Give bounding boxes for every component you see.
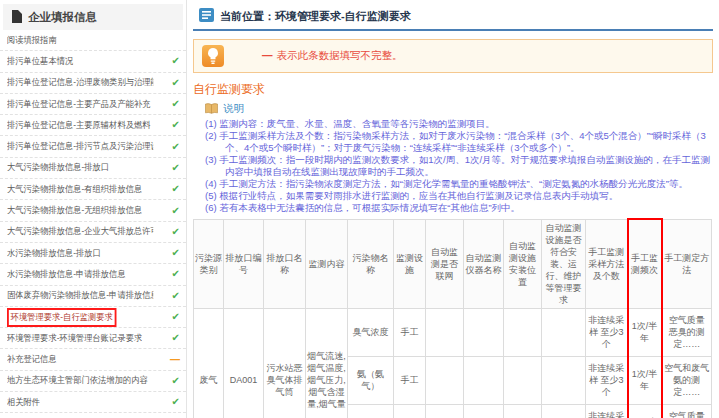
note-label: 说明 [223, 102, 244, 116]
status-icon: ✔ [166, 397, 180, 407]
status-icon: ✔ [166, 184, 180, 194]
instruction-line: (2) 手工监测采样方法及个数：指污染物采样方法，如对于废水污染物：“混合采样（… [205, 130, 713, 154]
col-header-method: 手工测定方法 [662, 219, 712, 308]
sidebar-item[interactable]: 地方生态环境主管部门依法增加的内容 ✔ [0, 371, 186, 392]
cell-facility: 手工 [394, 308, 426, 356]
col-header-position: 自动监测设施安装位置 [504, 219, 542, 308]
app-window: 企业填报信息 阅读填报指南 排污单位基本情况 ✔ 排污单位登记信息-治理废物类别… [0, 0, 719, 418]
status-icon: ✔ [166, 142, 180, 152]
sidebar-item-label: 大气污染物排放信息-无组织排放信息 [7, 204, 142, 217]
sidebar: 企业填报信息 阅读填报指南 排污单位基本情况 ✔ 排污单位登记信息-治理废物类别… [0, 0, 187, 418]
instruction-line: (6) 若有本表格中无法囊括的信息，可根据实际情况填写在“其他信息”列中。 [205, 202, 713, 214]
sidebar-title: 企业填报信息 [28, 10, 97, 25]
cell-online [426, 404, 464, 418]
cell-compliance [542, 356, 586, 404]
cell-frequency-highlighted: 1次/半年 [628, 356, 662, 404]
instruction-line: (4) 手工测定方法：指污染物浓度测定方法，如“测定化学需氧量的重铬酸钾法”、“… [205, 178, 713, 190]
sidebar-item[interactable]: 相关附件 ✔ [0, 392, 186, 413]
cell-compliance [542, 404, 586, 418]
cell-position [504, 356, 542, 404]
cell-instrument [464, 404, 504, 418]
status-icon: ✔ [166, 333, 180, 343]
cell-frequency-highlighted: 1次/半年 [628, 404, 662, 418]
sidebar-item[interactable]: 补充登记信息 — [0, 349, 186, 370]
sidebar-item-label: 排污单位登记信息-主要原辅材料及燃料 [7, 119, 151, 132]
sidebar-item[interactable]: 排污单位登记信息-主要产品及产能补充 ✔ [0, 94, 186, 115]
status-icon: ✔ [166, 120, 180, 130]
col-header-frequency-highlighted: 手工监测频次 [628, 219, 662, 308]
col-header-compliance: 自动监测设施是否符合安装、运行、维护等管理要求 [542, 219, 586, 308]
cell-pollutant: 硫化氢 [348, 404, 394, 418]
sidebar-header: 企业填报信息 [3, 4, 183, 30]
sidebar-item[interactable]: 水污染物排放信息-排放口 ✔ [0, 243, 186, 264]
cell-instrument [464, 308, 504, 356]
sidebar-item[interactable]: 大气污染物排放信息-排放口 ✔ [0, 158, 186, 179]
cell-pollutant: 臭气浓度 [348, 308, 394, 356]
cell-method: 空气质量 恶臭的测定…… [662, 308, 712, 356]
status-icon: ✔ [166, 99, 180, 109]
cell-facility: 手工 [394, 404, 426, 418]
cell-compliance [542, 308, 586, 356]
sidebar-item-label: 大气污染物排放信息-有组织排放信息 [7, 183, 142, 196]
col-header-source-type: 污染源类别 [194, 219, 224, 308]
sidebar-item-label: 排污单位基本情况 [7, 55, 73, 68]
location-icon [199, 8, 214, 24]
col-header-outlet-no: 排放口编号 [224, 219, 264, 308]
status-icon: ✔ [166, 227, 180, 237]
cell-online [426, 356, 464, 404]
sidebar-item[interactable]: 排污单位登记信息-主要原辅材料及燃料 ✔ [0, 115, 186, 136]
sidebar-item[interactable]: 排污单位登记信息-排污节点及污染治理设施 ✔ [0, 136, 186, 157]
instruction-line: (1) 监测内容：废气量、水量、温度、含氧量等各污染物的监测项目。 [205, 118, 713, 130]
instructions: (1) 监测内容：废气量、水量、温度、含氧量等各污染物的监测项目。 (2) 手工… [205, 118, 713, 214]
sidebar-item[interactable]: 阅读填报指南 [0, 30, 186, 51]
monitoring-table: 污染源类别 排放口编号 排放口名称 监测内容 污染物名称 监测设施 自动监测是否… [193, 218, 712, 418]
table-header-row: 污染源类别 排放口编号 排放口名称 监测内容 污染物名称 监测设施 自动监测是否… [194, 219, 712, 308]
sidebar-item[interactable]: 固体废弃物污染物排放信息-申请排放信息 ✔ [0, 286, 186, 307]
sidebar-item[interactable]: 大气污染物排放信息-有组织排放信息 ✔ [0, 179, 186, 200]
status-icon: ✔ [166, 206, 180, 216]
status-icon: ✔ [166, 312, 180, 322]
sidebar-item-label: 补充登记信息 [7, 353, 57, 366]
col-header-sampling: 手工监测采样方法及个数 [586, 219, 628, 308]
notice-banner: —表示此条数据填写不完整。 [193, 39, 713, 73]
sidebar-item-label: 排污单位登记信息-治理废物类别与治理能力 [7, 76, 153, 89]
col-header-outlet-name: 排放口名称 [264, 219, 306, 308]
instruction-line: (5) 根据行业特点，如果需要对雨排水进行监测的，应当在其他自行监测及记录信息表… [205, 190, 713, 202]
cell-monitor-content: 烟气流速,烟气温度,烟气压力,烟气含湿量,烟气量 [306, 308, 348, 418]
sidebar-item-label: 相关附件 [7, 396, 40, 409]
cell-sampling: 非连续采样 至少3个 [586, 356, 628, 404]
sidebar-item-label: 大气污染物排放信息-企业大气排放总许可量 [7, 225, 153, 238]
status-icon: ✔ [166, 163, 180, 173]
sidebar-item[interactable]: 环境管理要求-环境管理台账记录要求 ✔ [0, 328, 186, 349]
sidebar-item-label: 地方生态环境主管部门依法增加的内容 [7, 374, 148, 387]
lightbulb-icon [202, 45, 224, 67]
sidebar-item[interactable]: 环境管理要求-自行监测要求 ✔ [0, 307, 186, 328]
status-icon: ✔ [166, 248, 180, 258]
book-icon [205, 103, 218, 116]
cell-source-type: 废气 [194, 308, 224, 418]
cell-position [504, 404, 542, 418]
sidebar-item[interactable]: 水污染物排放信息-申请排放信息 ✔ [0, 264, 186, 285]
status-icon: ✔ [166, 56, 180, 66]
cell-position [504, 308, 542, 356]
cell-method: 空气质量 硫化氢 甲…… [662, 404, 712, 418]
status-icon: ✔ [166, 291, 180, 301]
cell-pollutant: 氨（氨气） [348, 356, 394, 404]
sidebar-item-label: 水污染物排放信息-排放口 [7, 247, 101, 260]
notice-text: —表示此条数据填写不完整。 [262, 49, 403, 63]
sidebar-item[interactable]: 大气污染物排放信息-无组织排放信息 ✔ [0, 200, 186, 221]
cell-method: 空气和废气 氨的测定…… [662, 356, 712, 404]
sidebar-item-label: 水污染物排放信息-申请排放信息 [7, 268, 126, 281]
breadcrumb-label: 当前位置：环境管理要求-自行监测要求 [220, 9, 411, 24]
col-header-content: 监测内容 [306, 219, 348, 308]
cell-sampling: 非连续采样 至少3个 [586, 404, 628, 418]
sidebar-item[interactable]: 排污单位登记信息-治理废物类别与治理能力 ✔ [0, 73, 186, 94]
sidebar-item[interactable]: 排污单位基本情况 ✔ [0, 51, 186, 72]
main-content: 当前位置：环境管理要求-自行监测要求 —表示此条数据填写不完整。 自行监测要求 … [187, 0, 719, 418]
sidebar-item[interactable]: 大气污染物排放信息-企业大气排放总许可量 ✔ [0, 222, 186, 243]
sidebar-item-label: 排污单位登记信息-排污节点及污染治理设施 [7, 140, 153, 153]
sidebar-item-label: 环境管理要求-自行监测要求 [7, 308, 116, 327]
incomplete-marker-icon: — [262, 49, 273, 61]
sidebar-item-label: 阅读填报指南 [7, 34, 57, 47]
section-title: 自行监测要求 [193, 81, 713, 98]
